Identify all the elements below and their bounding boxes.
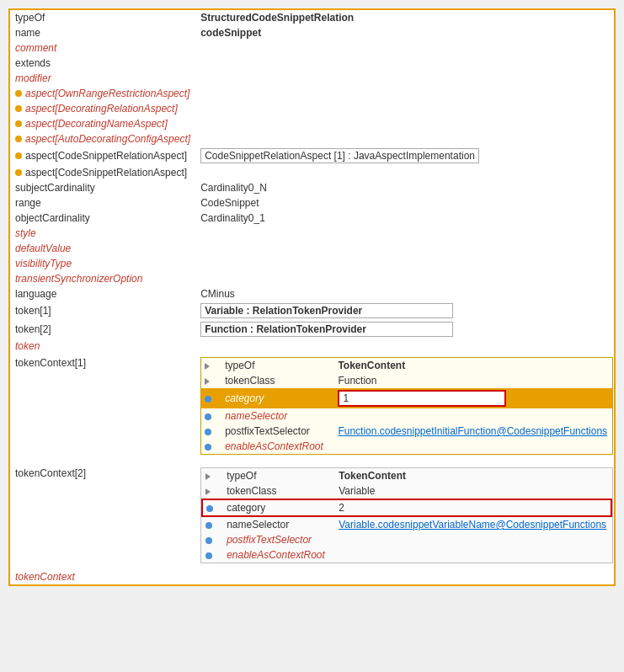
nested-table-row: typeOfTokenContent — [202, 468, 611, 483]
table-row: style — [10, 226, 618, 241]
nested-table-row: nameSelectorVariable.codesnippetVariable… — [202, 516, 611, 532]
row-dot-cell — [201, 388, 220, 408]
property-label: transientSynchronizerOption — [10, 271, 195, 286]
row-dot-cell — [202, 516, 221, 532]
property-value — [195, 56, 618, 71]
property-value: CodeSnippetRelationAspect [1] : JavaAspe… — [195, 147, 618, 165]
table-row: transientSynchronizerOption — [10, 271, 618, 286]
nested-label: postfixTextSelector — [221, 532, 333, 547]
table-row: extends — [10, 56, 618, 71]
property-value: Variable : RelationTokenProvider — [195, 301, 618, 320]
table-row: objectCardinalityCardinality0_1 — [10, 211, 618, 226]
property-value: Cardinality0_N — [195, 180, 618, 195]
row-dot-cell — [201, 408, 220, 424]
nested-table-row: enableAsContextRoot — [202, 547, 611, 563]
property-value — [195, 86, 618, 101]
nested-table-row: tokenClassVariable — [202, 483, 611, 499]
property-value — [195, 131, 618, 147]
nested-label: enableAsContextRoot — [220, 439, 333, 454]
nested-label: typeOf — [220, 358, 333, 373]
table-row: visibilityType — [10, 256, 618, 271]
nested-value: 1 — [333, 388, 612, 408]
property-value — [195, 271, 618, 286]
row-dot-cell — [201, 424, 220, 439]
nested-label: tokenClass — [220, 373, 333, 388]
nested-context-box-1: typeOfTokenContenttokenClassFunctioncate… — [200, 357, 613, 455]
table-row: token[1]Variable : RelationTokenProvider — [10, 301, 618, 320]
link-value[interactable]: Function.codesnippetInitialFunction@Code… — [338, 425, 607, 437]
nested-label: typeOf — [221, 468, 333, 483]
bottom-value — [195, 569, 618, 584]
property-label: subjectCardinality — [10, 180, 195, 195]
nested-table-row: postfixTextSelector — [202, 532, 611, 547]
properties-table: typeOfStructuredCodeSnippetRelationnamec… — [10, 10, 618, 584]
nested-value: Variable — [333, 483, 611, 499]
property-label: style — [10, 226, 195, 241]
property-label: comment — [10, 40, 195, 56]
property-label: token — [10, 339, 195, 354]
expand-icon — [205, 378, 210, 385]
nested-value: Function — [333, 373, 612, 388]
nested-label: category — [220, 388, 333, 408]
nested-table-row: nameSelector — [201, 408, 612, 424]
property-label: token[1] — [10, 301, 195, 320]
nested-value — [333, 408, 612, 424]
nested-table-row: enableAsContextRoot — [201, 439, 612, 454]
property-value: Function : RelationTokenProvider — [195, 320, 618, 339]
nested-value: Variable.codesnippetVariableName@Codesni… — [333, 516, 611, 532]
token-context-2-label: tokenContext[2] — [10, 464, 195, 569]
property-label: language — [10, 286, 195, 301]
table-row: namecodeSnippet — [10, 25, 618, 40]
value-box: Function : RelationTokenProvider — [200, 322, 453, 337]
property-value — [195, 40, 618, 56]
nested-table-row: category2 — [202, 499, 611, 516]
nested-label: tokenClass — [221, 483, 333, 499]
nested-table-row: category1 — [201, 388, 612, 408]
property-value — [195, 339, 618, 354]
property-label: aspect[OwnRangeRestrictionAspect] — [10, 86, 195, 101]
table-row: aspect[CodeSnippetRelationAspect]CodeSni… — [10, 147, 618, 165]
table-row: aspect[CodeSnippetRelationAspect] — [10, 165, 618, 180]
table-row: aspect[DecoratingRelationAspect] — [10, 101, 618, 116]
row-dot-cell — [202, 483, 221, 499]
property-value: CodeSnippet — [195, 195, 618, 211]
property-value — [195, 241, 618, 256]
table-row: rangeCodeSnippet — [10, 195, 618, 211]
property-value — [195, 71, 618, 86]
nested-value — [333, 439, 612, 454]
property-label: objectCardinality — [10, 211, 195, 226]
property-value — [195, 256, 618, 271]
property-label: visibilityType — [10, 256, 195, 271]
token-context-1-value: typeOfTokenContenttokenClassFunctioncate… — [195, 354, 618, 461]
category-input[interactable]: 1 — [338, 390, 506, 407]
property-value: codeSnippet — [195, 25, 618, 40]
row-dot-cell — [202, 532, 221, 547]
value-box: CodeSnippetRelationAspect [1] : JavaAspe… — [200, 148, 479, 163]
table-row: aspect[AutoDecoratingConfigAspect] — [10, 131, 618, 147]
property-value — [195, 226, 618, 241]
nested-value: TokenContent — [333, 468, 611, 483]
table-row: aspect[OwnRangeRestrictionAspect] — [10, 86, 618, 101]
expand-icon — [205, 488, 211, 495]
table-row: defaultValue — [10, 241, 618, 256]
nested-table-row: postfixTextSelectorFunction.codesnippetI… — [201, 424, 612, 439]
token-context-2-row: tokenContext[2]typeOfTokenContenttokenCl… — [10, 464, 618, 569]
property-label: aspect[DecoratingRelationAspect] — [10, 101, 195, 116]
row-dot-cell — [202, 499, 221, 516]
link-value[interactable]: Variable.codesnippetVariableName@Codesni… — [339, 519, 606, 531]
nested-value: TokenContent — [333, 358, 612, 373]
nested-value: 2 — [333, 499, 611, 516]
property-label: aspect[AutoDecoratingConfigAspect] — [10, 131, 195, 147]
property-value: CMinus — [195, 286, 618, 301]
property-label: defaultValue — [10, 241, 195, 256]
nested-label: category — [221, 499, 333, 516]
value-box: Variable : RelationTokenProvider — [200, 303, 453, 318]
table-row: token — [10, 339, 618, 354]
property-label: token[2] — [10, 320, 195, 339]
main-container: typeOfStructuredCodeSnippetRelationnamec… — [8, 8, 616, 586]
property-label: aspect[CodeSnippetRelationAspect] — [10, 165, 195, 180]
nested-label: postfixTextSelector — [220, 424, 333, 439]
property-label: name — [10, 25, 195, 40]
property-value — [195, 165, 618, 180]
property-label: aspect[DecoratingNameAspect] — [10, 116, 195, 131]
